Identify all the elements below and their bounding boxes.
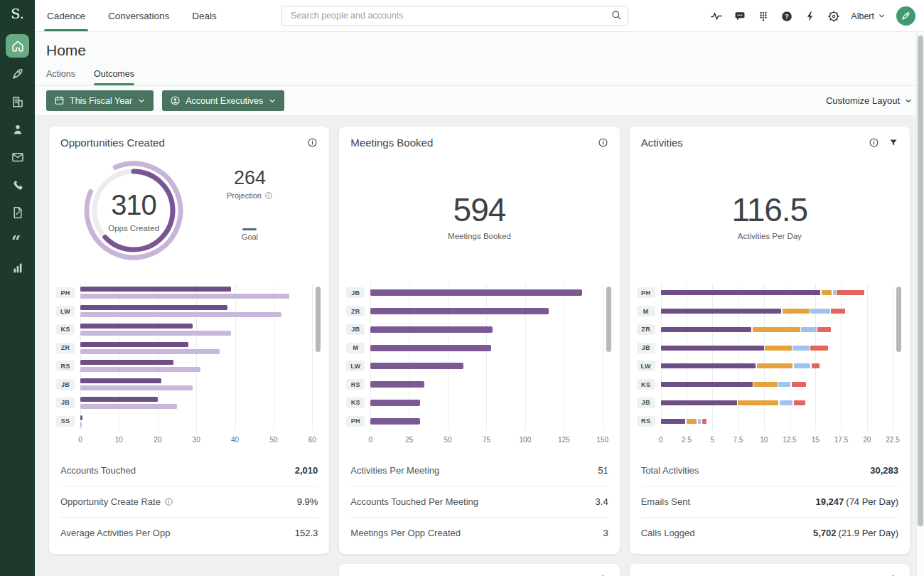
bar-segment[interactable] [837,290,864,295]
chart-scrollbar[interactable] [896,287,901,352]
bar[interactable] [80,378,161,383]
bar[interactable] [370,326,493,333]
help-icon[interactable] [780,10,793,23]
chat-icon[interactable] [734,10,746,23]
bar-segment[interactable] [817,327,831,332]
bar[interactable] [80,305,227,310]
bar[interactable] [80,294,289,299]
bar[interactable] [80,415,82,420]
settings-icon[interactable] [827,10,840,23]
info-icon[interactable] [164,497,173,506]
bar-segment[interactable] [661,363,756,368]
bar-segment[interactable] [793,346,809,351]
sidebar-item-people[interactable] [6,117,29,141]
customize-layout-button[interactable]: Customize Layout [826,95,913,106]
x-tick-label: 0 [659,436,663,444]
app-logo[interactable]: S. [0,0,35,27]
info-icon[interactable] [869,137,879,148]
sidebar-item-analytics[interactable] [6,256,29,279]
bar-segment[interactable] [698,419,701,424]
page-scrollbar-thumb[interactable] [918,36,923,526]
lightning-icon[interactable] [804,10,817,23]
bar-segment[interactable] [810,346,828,351]
bar[interactable] [80,404,177,409]
info-icon[interactable] [264,191,273,200]
nav-item-conversations[interactable]: Conversations [105,0,172,31]
bar-segment[interactable] [822,290,832,295]
bar[interactable] [370,400,420,406]
bar-segment[interactable] [702,419,707,424]
bar-segment[interactable] [794,363,810,368]
bar[interactable] [80,367,200,372]
info-icon[interactable] [598,137,608,148]
sidebar-item-snippets[interactable] [6,228,29,252]
meetings-booked-label: Meetings Booked [448,232,511,240]
bar[interactable] [80,287,231,292]
activity-icon[interactable] [710,10,723,23]
bar-segment[interactable] [801,327,817,332]
bar[interactable] [80,360,173,365]
avatar[interactable] [896,6,915,26]
bar[interactable] [80,385,193,390]
bar[interactable] [80,342,188,347]
nav-item-deals[interactable]: Deals [189,0,220,31]
sidebar-item-home[interactable] [6,34,29,58]
sidebar-item-accounts[interactable] [6,90,29,113]
bar[interactable] [370,345,491,351]
stat-label: Total Activities [641,465,699,476]
user-menu[interactable]: Albert [851,11,886,21]
page-scrollbar[interactable] [916,32,924,576]
bar-segment[interactable] [661,382,753,387]
stat-row: Total Activities 30,283 [641,454,898,486]
bar-segment[interactable] [765,346,792,351]
bar-segment[interactable] [661,419,686,424]
search-icon[interactable] [611,9,623,21]
bar-segment[interactable] [661,290,821,295]
tab-actions[interactable]: Actions [46,69,75,85]
bar-segment[interactable] [687,419,697,424]
bar[interactable] [370,308,548,314]
date-range-filter-button[interactable]: This Fiscal Year [46,90,154,111]
nav-item-cadence[interactable]: Cadence [44,0,88,31]
bar-segment[interactable] [753,327,800,332]
bar[interactable] [370,381,424,388]
info-icon[interactable] [307,137,318,148]
bar[interactable] [80,331,231,336]
search-input[interactable] [281,6,628,26]
bar[interactable] [370,289,582,296]
bar[interactable] [370,418,420,425]
bar-segment[interactable] [812,363,820,368]
tab-outcomes[interactable]: Outcomes [94,69,134,85]
bar-segment[interactable] [738,400,778,405]
bar[interactable] [80,324,193,329]
bar-segment[interactable] [661,309,782,314]
bar-segment[interactable] [831,309,845,314]
bar-segment[interactable] [778,382,790,387]
bar-segment[interactable] [661,400,737,405]
bar-segment[interactable] [810,309,830,314]
chart-scrollbar[interactable] [606,287,611,352]
bar-segment[interactable] [757,363,793,368]
bar-segment[interactable] [780,400,793,405]
sidebar-item-templates[interactable] [6,201,29,224]
team-filter-button[interactable]: Account Executives [162,90,284,111]
dialpad-icon[interactable] [757,10,770,23]
bar-segment[interactable] [833,290,836,295]
bar[interactable] [80,349,220,354]
bar-segment[interactable] [661,327,752,332]
bar-segment[interactable] [794,400,805,405]
bar-segment[interactable] [661,346,764,351]
row-label-chip: RS [346,379,365,390]
bar-segment[interactable] [792,382,806,387]
bar[interactable] [80,422,82,427]
bar[interactable] [80,312,281,317]
bar[interactable] [370,363,463,369]
bar-segment[interactable] [753,382,777,387]
filter-funnel-icon[interactable] [888,138,898,148]
chart-scrollbar[interactable] [316,287,321,352]
bar[interactable] [80,397,158,402]
sidebar-item-cadences[interactable] [6,62,29,85]
sidebar-item-calls[interactable] [6,173,29,196]
bar-segment[interactable] [783,309,810,314]
sidebar-item-email[interactable] [6,145,29,169]
